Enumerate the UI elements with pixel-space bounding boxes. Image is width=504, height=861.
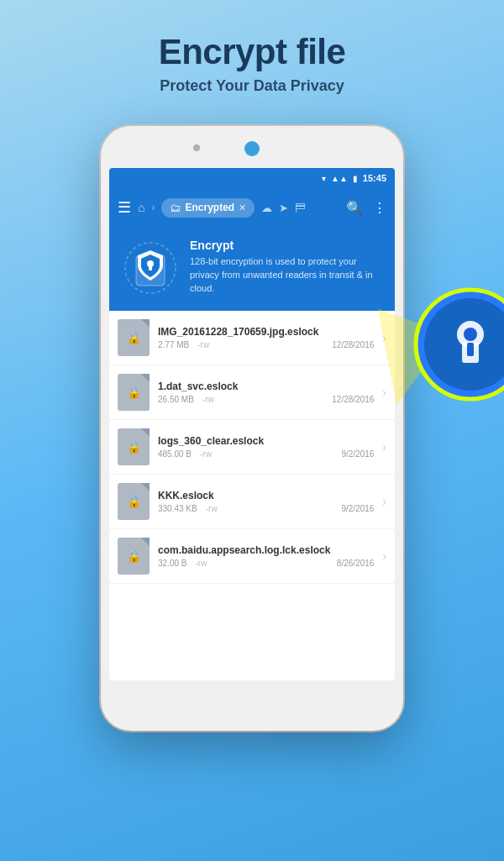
wifi-icon: ▾ (322, 174, 326, 183)
lock-icon: 🔒 (127, 495, 141, 508)
file-item[interactable]: 🔒 1.dat_svc.eslock 26.50 MB -rw 12/28/20… (109, 365, 395, 420)
file-info-1: IMG_20161228_170659.jpg.eslock 2.77 MB -… (158, 326, 374, 349)
file-icon-2: 🔒 (118, 374, 150, 411)
file-name-3: logs_360_clear.eslock (158, 435, 374, 447)
lock-icon: 🔒 (127, 386, 141, 399)
file-date-3: 9/2/2016 (341, 449, 374, 459)
lock-icon: 🔒 (127, 549, 141, 563)
svg-point-4 (464, 328, 477, 341)
file-info-2: 1.dat_svc.eslock 26.50 MB -rw 12/28/2016 (158, 381, 374, 404)
phone-mockup: ▾ ▲▲ ▮ 15:45 ☰ ⌂ › 🗂 Encrypted ✕ ☁ ➤ ⛿ (101, 126, 403, 764)
file-size-5: 32.00 B (158, 559, 186, 568)
file-name-1: IMG_20161228_170659.jpg.eslock (158, 326, 374, 338)
breadcrumb-chip[interactable]: 🗂 Encrypted ✕ (161, 198, 255, 218)
file-size-4: 330.43 KB (158, 504, 197, 513)
file-more-4[interactable]: › (382, 495, 386, 508)
file-icon-1: 🔒 (118, 319, 150, 356)
svg-rect-5 (467, 343, 474, 356)
phone-screen: ▾ ▲▲ ▮ 15:45 ☰ ⌂ › 🗂 Encrypted ✕ ☁ ➤ ⛿ (109, 168, 395, 680)
chip-lock-icon: 🗂 (170, 202, 181, 214)
file-more-5[interactable]: › (382, 549, 386, 563)
app-bar: ☰ ⌂ › 🗂 Encrypted ✕ ☁ ➤ ⛿ 🔍 ⋮ (109, 188, 395, 227)
file-perm-1: -rw (197, 340, 209, 349)
file-date-2: 12/28/2016 (332, 395, 374, 404)
encrypt-banner: Encrypt 128-bit encryption is used to pr… (109, 227, 395, 311)
home-icon[interactable]: ⌂ (138, 201, 144, 214)
file-info-5: com.baidu.appsearch.log.lck.eslock 32.00… (158, 544, 374, 568)
file-name-2: 1.dat_svc.eslock (158, 381, 374, 392)
lock-icon: 🔒 (127, 331, 141, 344)
more-button[interactable]: ⋮ (373, 200, 386, 216)
file-icon-4: 🔒 (118, 483, 150, 520)
status-time: 15:45 (363, 173, 386, 183)
svg-rect-9 (149, 265, 152, 270)
banner-description: 128-bit encryption is used to protect yo… (190, 255, 383, 296)
lock-icon: 🔒 (127, 440, 141, 454)
breadcrumb-separator: › (151, 202, 155, 213)
hamburger-icon[interactable]: ☰ (118, 198, 131, 217)
search-button[interactable]: 🔍 (346, 200, 363, 216)
file-date-4: 9/2/2016 (341, 504, 374, 513)
file-item[interactable]: 🔒 IMG_20161228_170659.jpg.eslock 2.77 MB… (109, 311, 395, 365)
file-item[interactable]: 🔒 com.baidu.appsearch.log.lck.eslock 32.… (109, 529, 395, 584)
file-info-4: KKK.eslock 330.43 KB -rw 9/2/2016 (158, 490, 374, 513)
banner-title: Encrypt (190, 239, 383, 252)
file-info-3: logs_360_clear.eslock 485.00 B -rw 9/2/2… (158, 435, 374, 459)
phone-camera (244, 141, 260, 156)
lock-circle-icon (412, 286, 504, 403)
chip-close-icon[interactable]: ✕ (239, 202, 246, 213)
shield-graphic (121, 239, 180, 297)
banner-text: Encrypt 128-bit encryption is used to pr… (190, 239, 383, 296)
file-size-3: 485.00 B (158, 449, 192, 459)
file-name-4: KKK.eslock (158, 490, 374, 501)
page-title: Encrypt file (17, 32, 487, 72)
file-list: 🔒 IMG_20161228_170659.jpg.eslock 2.77 MB… (109, 311, 395, 584)
file-date-5: 8/26/2016 (337, 559, 375, 568)
app-bar-actions: 🔍 ⋮ (346, 200, 386, 216)
file-icon-5: 🔒 (118, 538, 150, 575)
signal-icon: ▲▲ (331, 174, 348, 183)
file-size-2: 26.50 MB (158, 395, 194, 404)
battery-icon: ▮ (353, 174, 358, 183)
file-perm-3: -rw (200, 449, 212, 459)
chip-label: Encrypted (185, 202, 234, 213)
phone-frame: ▾ ▲▲ ▮ 15:45 ☰ ⌂ › 🗂 Encrypted ✕ ☁ ➤ ⛿ (101, 126, 403, 731)
cloud-icon: ☁ (261, 202, 272, 214)
file-item[interactable]: 🔒 KKK.eslock 330.43 KB -rw 9/2/2016 › (109, 475, 395, 529)
file-item[interactable]: 🔒 logs_360_clear.eslock 485.00 B -rw 9/2… (109, 420, 395, 475)
file-icon-3: 🔒 (118, 428, 150, 465)
file-size-1: 2.77 MB (158, 340, 189, 349)
file-perm-5: -rw (195, 559, 207, 568)
page-subtitle: Protect Your Data Privacy (17, 77, 487, 95)
phone-sensor (193, 144, 200, 151)
file-perm-4: -rw (206, 504, 218, 513)
status-bar: ▾ ▲▲ ▮ 15:45 (109, 168, 395, 188)
file-more-3[interactable]: › (382, 440, 386, 454)
bookmark-icon: ⛿ (295, 202, 306, 214)
file-perm-2: -rw (202, 395, 214, 404)
file-name-5: com.baidu.appsearch.log.lck.eslock (158, 544, 374, 556)
send-icon: ➤ (279, 202, 288, 214)
